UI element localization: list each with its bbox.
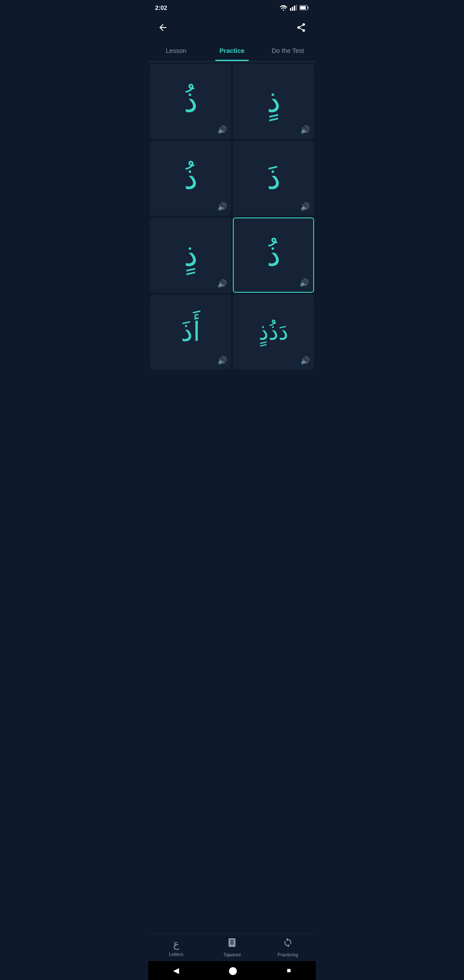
card-8-sound-icon[interactable]: 🔊: [300, 356, 310, 365]
tab-practice[interactable]: Practice: [204, 41, 260, 60]
card-3-sound-icon[interactable]: 🔊: [217, 202, 227, 211]
card-7[interactable]: أَذَ 🔊: [150, 294, 231, 370]
card-5[interactable]: ذٍ 🔊: [150, 217, 231, 293]
svg-rect-3: [296, 5, 297, 11]
card-1-sound-icon[interactable]: 🔊: [217, 125, 227, 135]
card-6-sound-icon[interactable]: 🔊: [299, 278, 309, 288]
card-4-sound-icon[interactable]: 🔊: [300, 202, 310, 211]
card-3-char: ذُ: [184, 161, 198, 195]
card-4[interactable]: ذَ 🔊: [233, 141, 314, 216]
card-2[interactable]: ذٍ 🔊: [233, 64, 314, 139]
card-7-char: أَذَ: [181, 317, 200, 346]
card-6-char: ذُ: [267, 238, 281, 272]
svg-rect-1: [292, 7, 293, 11]
card-1-char: ذُ: [184, 84, 198, 118]
top-bar: [148, 15, 316, 40]
card-1[interactable]: ذُ 🔊: [150, 64, 231, 139]
card-3[interactable]: ذُ 🔊: [150, 141, 231, 216]
svg-rect-2: [294, 6, 295, 11]
share-button[interactable]: [293, 20, 309, 35]
card-6[interactable]: ذُ 🔊: [233, 217, 314, 293]
wifi-icon: [280, 5, 287, 11]
card-5-char: ذٍ: [184, 238, 198, 272]
tabs: Lesson Practice Do the Test: [148, 40, 316, 62]
status-bar: 2:02: [148, 0, 316, 15]
status-time: 2:02: [155, 4, 167, 11]
scrollable-content: ذُ 🔊 ذٍ 🔊 ذُ 🔊 ذَ 🔊 ذٍ 🔊 ذُ 🔊: [148, 62, 316, 423]
card-8[interactable]: دَذُذٍ 🔊: [233, 294, 314, 370]
status-icons: [280, 5, 309, 11]
card-4-char: ذَ: [267, 161, 281, 195]
cards-grid: ذُ 🔊 ذٍ 🔊 ذُ 🔊 ذَ 🔊 ذٍ 🔊 ذُ 🔊: [148, 62, 316, 371]
card-5-sound-icon[interactable]: 🔊: [217, 279, 227, 288]
card-2-sound-icon[interactable]: 🔊: [300, 125, 310, 135]
tab-lesson[interactable]: Lesson: [148, 41, 204, 60]
battery-icon: [299, 5, 309, 10]
tab-do-the-test[interactable]: Do the Test: [260, 41, 316, 60]
svg-rect-6: [300, 6, 306, 9]
svg-rect-5: [308, 7, 308, 9]
card-2-char: ذٍ: [267, 84, 281, 118]
signal-icon: [290, 5, 297, 11]
back-button[interactable]: [155, 20, 171, 35]
card-7-sound-icon[interactable]: 🔊: [217, 356, 227, 365]
card-8-char: دَذُذٍ: [259, 320, 288, 344]
svg-rect-0: [290, 8, 291, 11]
